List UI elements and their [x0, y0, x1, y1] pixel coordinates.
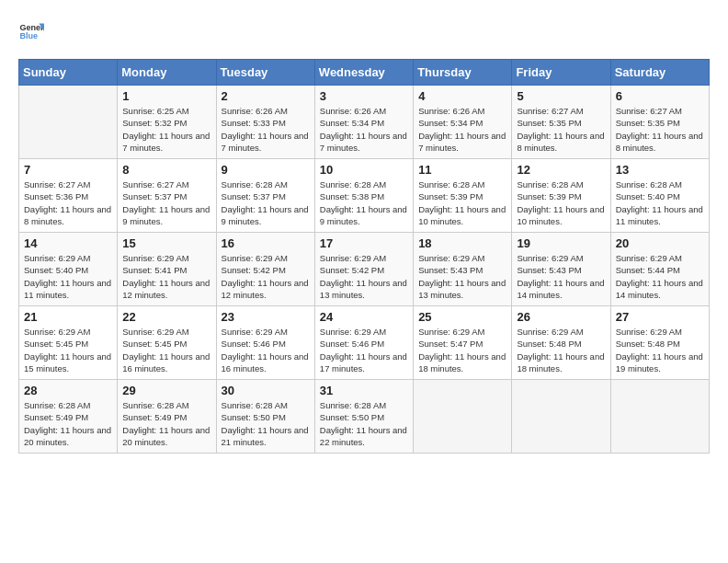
- calendar-cell: 19Sunrise: 6:29 AMSunset: 5:43 PMDayligh…: [512, 233, 610, 306]
- day-info: Sunrise: 6:28 AMSunset: 5:37 PMDaylight:…: [222, 178, 310, 227]
- calendar-cell: 4Sunrise: 6:26 AMSunset: 5:34 PMDaylight…: [414, 86, 512, 159]
- day-number: 19: [517, 236, 605, 250]
- day-number: 22: [122, 310, 210, 324]
- day-info: Sunrise: 6:27 AMSunset: 5:35 PMDaylight:…: [517, 105, 605, 154]
- day-number: 2: [222, 89, 310, 103]
- day-number: 24: [320, 310, 408, 324]
- day-info: Sunrise: 6:27 AMSunset: 5:36 PMDaylight:…: [24, 178, 112, 227]
- calendar-cell: 16Sunrise: 6:29 AMSunset: 5:42 PMDayligh…: [216, 233, 314, 306]
- calendar-cell: 18Sunrise: 6:29 AMSunset: 5:43 PMDayligh…: [414, 233, 512, 306]
- day-number: 28: [24, 384, 112, 397]
- day-info: Sunrise: 6:28 AMSunset: 5:40 PMDaylight:…: [616, 178, 704, 227]
- day-info: Sunrise: 6:29 AMSunset: 5:43 PMDaylight:…: [418, 252, 506, 301]
- calendar-cell: 12Sunrise: 6:28 AMSunset: 5:39 PMDayligh…: [512, 159, 610, 233]
- calendar-cell: 17Sunrise: 6:29 AMSunset: 5:42 PMDayligh…: [314, 233, 413, 306]
- day-number: 7: [24, 163, 112, 177]
- day-number: 4: [418, 89, 506, 103]
- day-info: Sunrise: 6:29 AMSunset: 5:40 PMDaylight:…: [24, 252, 112, 301]
- day-number: 23: [222, 310, 310, 324]
- day-info: Sunrise: 6:29 AMSunset: 5:46 PMDaylight:…: [222, 326, 310, 374]
- day-info: Sunrise: 6:29 AMSunset: 5:48 PMDaylight:…: [616, 326, 704, 374]
- header-day-friday: Friday: [512, 60, 610, 86]
- day-info: Sunrise: 6:29 AMSunset: 5:47 PMDaylight:…: [418, 326, 506, 374]
- calendar-cell: 7Sunrise: 6:27 AMSunset: 5:36 PMDaylight…: [19, 159, 118, 233]
- day-info: Sunrise: 6:28 AMSunset: 5:49 PMDaylight:…: [122, 399, 210, 448]
- day-number: 9: [222, 163, 310, 177]
- week-row-3: 14Sunrise: 6:29 AMSunset: 5:40 PMDayligh…: [19, 233, 710, 306]
- day-info: Sunrise: 6:29 AMSunset: 5:41 PMDaylight:…: [122, 252, 210, 301]
- calendar-cell: [414, 380, 512, 454]
- day-number: 31: [320, 384, 408, 397]
- day-info: Sunrise: 6:27 AMSunset: 5:37 PMDaylight:…: [122, 178, 210, 227]
- header-row: SundayMondayTuesdayWednesdayThursdayFrid…: [19, 60, 710, 86]
- calendar-cell: 28Sunrise: 6:28 AMSunset: 5:49 PMDayligh…: [19, 380, 118, 454]
- day-number: 13: [616, 163, 704, 177]
- day-info: Sunrise: 6:29 AMSunset: 5:45 PMDaylight:…: [122, 326, 210, 374]
- calendar-cell: 13Sunrise: 6:28 AMSunset: 5:40 PMDayligh…: [610, 159, 709, 233]
- calendar-cell: 24Sunrise: 6:29 AMSunset: 5:46 PMDayligh…: [314, 306, 413, 380]
- day-info: Sunrise: 6:29 AMSunset: 5:46 PMDaylight:…: [320, 326, 408, 374]
- day-info: Sunrise: 6:29 AMSunset: 5:45 PMDaylight:…: [24, 326, 112, 374]
- calendar-cell: 30Sunrise: 6:28 AMSunset: 5:50 PMDayligh…: [216, 380, 314, 454]
- day-info: Sunrise: 6:26 AMSunset: 5:34 PMDaylight:…: [418, 105, 506, 154]
- header: General Blue: [18, 18, 710, 44]
- week-row-1: 1Sunrise: 6:25 AMSunset: 5:32 PMDaylight…: [19, 86, 710, 159]
- calendar-cell: 6Sunrise: 6:27 AMSunset: 5:35 PMDaylight…: [610, 86, 709, 159]
- calendar-cell: 3Sunrise: 6:26 AMSunset: 5:34 PMDaylight…: [314, 86, 413, 159]
- day-info: Sunrise: 6:28 AMSunset: 5:38 PMDaylight:…: [320, 178, 408, 227]
- day-number: 26: [517, 310, 605, 324]
- calendar-cell: [610, 380, 709, 454]
- calendar-cell: 15Sunrise: 6:29 AMSunset: 5:41 PMDayligh…: [118, 233, 216, 306]
- day-number: 5: [517, 89, 605, 103]
- day-number: 21: [24, 310, 112, 324]
- day-number: 15: [122, 236, 210, 250]
- header-day-thursday: Thursday: [414, 60, 512, 86]
- day-info: Sunrise: 6:28 AMSunset: 5:50 PMDaylight:…: [222, 399, 310, 448]
- logo-icon: General Blue: [18, 18, 44, 44]
- day-number: 11: [418, 163, 506, 177]
- day-number: 25: [418, 310, 506, 324]
- day-number: 6: [616, 89, 704, 103]
- day-number: 18: [418, 236, 506, 250]
- calendar-cell: 22Sunrise: 6:29 AMSunset: 5:45 PMDayligh…: [118, 306, 216, 380]
- header-day-tuesday: Tuesday: [216, 60, 314, 86]
- calendar-cell: 31Sunrise: 6:28 AMSunset: 5:50 PMDayligh…: [314, 380, 413, 454]
- calendar-cell: 2Sunrise: 6:26 AMSunset: 5:33 PMDaylight…: [216, 86, 314, 159]
- day-number: 1: [122, 89, 210, 103]
- calendar-cell: 26Sunrise: 6:29 AMSunset: 5:48 PMDayligh…: [512, 306, 610, 380]
- header-day-sunday: Sunday: [19, 60, 118, 86]
- day-info: Sunrise: 6:27 AMSunset: 5:35 PMDaylight:…: [616, 105, 704, 154]
- header-day-wednesday: Wednesday: [314, 60, 413, 86]
- day-number: 10: [320, 163, 408, 177]
- calendar-cell: 5Sunrise: 6:27 AMSunset: 5:35 PMDaylight…: [512, 86, 610, 159]
- week-row-2: 7Sunrise: 6:27 AMSunset: 5:36 PMDaylight…: [19, 159, 710, 233]
- day-info: Sunrise: 6:29 AMSunset: 5:48 PMDaylight:…: [517, 326, 605, 374]
- day-info: Sunrise: 6:26 AMSunset: 5:33 PMDaylight:…: [222, 105, 310, 154]
- day-info: Sunrise: 6:29 AMSunset: 5:42 PMDaylight:…: [320, 252, 408, 301]
- day-info: Sunrise: 6:26 AMSunset: 5:34 PMDaylight:…: [320, 105, 408, 154]
- day-number: 20: [616, 236, 704, 250]
- calendar-cell: 27Sunrise: 6:29 AMSunset: 5:48 PMDayligh…: [610, 306, 709, 380]
- day-number: 16: [222, 236, 310, 250]
- day-info: Sunrise: 6:28 AMSunset: 5:50 PMDaylight:…: [320, 399, 408, 448]
- calendar-cell: 25Sunrise: 6:29 AMSunset: 5:47 PMDayligh…: [414, 306, 512, 380]
- calendar-cell: 29Sunrise: 6:28 AMSunset: 5:49 PMDayligh…: [118, 380, 216, 454]
- day-info: Sunrise: 6:29 AMSunset: 5:44 PMDaylight:…: [616, 252, 704, 301]
- calendar-cell: [19, 86, 118, 159]
- svg-text:Blue: Blue: [19, 31, 38, 40]
- calendar-cell: 9Sunrise: 6:28 AMSunset: 5:37 PMDaylight…: [216, 159, 314, 233]
- calendar-cell: 23Sunrise: 6:29 AMSunset: 5:46 PMDayligh…: [216, 306, 314, 380]
- day-number: 27: [616, 310, 704, 324]
- calendar-cell: 10Sunrise: 6:28 AMSunset: 5:38 PMDayligh…: [314, 159, 413, 233]
- calendar-cell: 14Sunrise: 6:29 AMSunset: 5:40 PMDayligh…: [19, 233, 118, 306]
- day-number: 30: [222, 384, 310, 397]
- day-number: 8: [122, 163, 210, 177]
- header-day-monday: Monday: [118, 60, 216, 86]
- calendar-cell: 21Sunrise: 6:29 AMSunset: 5:45 PMDayligh…: [19, 306, 118, 380]
- calendar-cell: 11Sunrise: 6:28 AMSunset: 5:39 PMDayligh…: [414, 159, 512, 233]
- calendar-table: SundayMondayTuesdayWednesdayThursdayFrid…: [18, 59, 710, 454]
- logo: General Blue: [18, 18, 44, 44]
- calendar-cell: [512, 380, 610, 454]
- header-day-saturday: Saturday: [610, 60, 709, 86]
- calendar-cell: 8Sunrise: 6:27 AMSunset: 5:37 PMDaylight…: [118, 159, 216, 233]
